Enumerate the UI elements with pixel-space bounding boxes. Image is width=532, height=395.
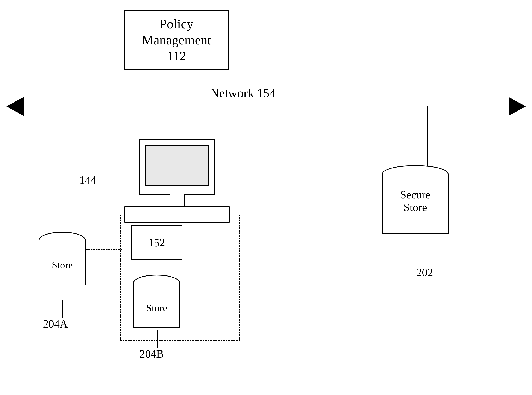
policy-management-box: PolicyManagement112: [124, 10, 229, 70]
line-pm-to-network: [176, 70, 176, 106]
network-arrow-left: [6, 97, 24, 116]
label-144: 144: [79, 174, 96, 187]
network-arrow-right: [509, 97, 526, 116]
cylinder-label-secure: SecureStore: [382, 188, 449, 266]
label-202-text: 202: [416, 266, 433, 279]
cylinder-secure-store: SecureStore: [382, 165, 449, 242]
cylinder-label-204b: Store: [146, 302, 167, 314]
cylinder-204a: Store: [39, 232, 86, 292]
dashed-line-204a-to-computer: [86, 249, 122, 250]
network-label: Network 154: [210, 86, 275, 100]
label-204b-text: 204B: [139, 348, 164, 360]
line-network-to-securestore: [427, 106, 428, 166]
policy-management-label: PolicyManagement112: [142, 16, 211, 64]
line-204a: [62, 300, 63, 318]
box-152: 152: [131, 225, 182, 260]
monitor-neck: [170, 194, 185, 207]
cylinder-label-204a: Store: [52, 259, 72, 271]
label-204a-text: 204A: [43, 318, 68, 330]
cylinder-204b: Store: [133, 275, 180, 335]
diagram-container: PolicyManagement112 Network 154 144 152 …: [0, 0, 532, 395]
network-bar: [17, 105, 515, 106]
monitor-screen: [145, 145, 209, 186]
line-204b: [157, 330, 158, 348]
